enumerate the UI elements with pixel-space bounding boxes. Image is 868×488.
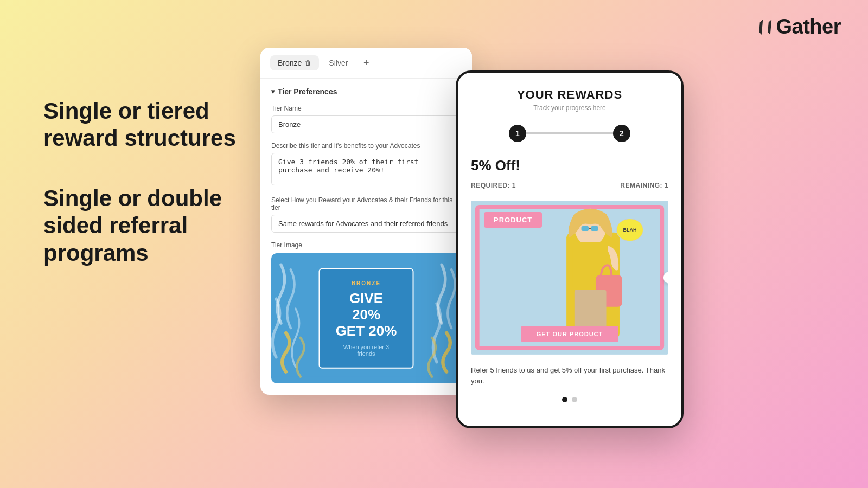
admin-panel: Bronze 🗑 Silver + ▾ Tier Preferences Tie…	[260, 48, 472, 395]
select-reward-field: Select How you Reward your Advocates & t…	[271, 196, 461, 233]
tab-silver[interactable]: Silver	[321, 55, 355, 70]
tier-name-field: Tier Name	[271, 105, 461, 133]
tab-add-button[interactable]: +	[360, 56, 373, 69]
svg-rect-6	[591, 226, 598, 231]
heading-line4: sided referral	[43, 213, 188, 238]
rewards-title: YOUR REWARDS	[471, 88, 668, 102]
describe-field: Describe this tier and it's benefits to …	[271, 142, 461, 188]
mobile-content: YOUR REWARDS Track your progress here 1 …	[458, 73, 681, 426]
offer-description: Refer 5 friends to us and get 5% off you…	[471, 365, 668, 386]
section-header: ▾ Tier Preferences	[271, 87, 461, 96]
chevron-down-icon: ▾	[271, 88, 275, 95]
offer-title: 5% Off!	[471, 157, 668, 174]
progress-line	[526, 132, 613, 134]
bronze-when: When you refer 3 friends	[335, 343, 398, 356]
pagination-dots	[471, 397, 668, 402]
dot-2[interactable]	[572, 397, 577, 402]
admin-content: ▾ Tier Preferences Tier Name Describe th…	[260, 79, 472, 395]
section-title: Tier Preferences	[278, 87, 337, 96]
logo-icon	[755, 20, 771, 35]
describe-textarea[interactable]: Give 3 friends 20% of their first purcha…	[271, 153, 461, 185]
svg-rect-5	[582, 226, 589, 231]
heading-line2: reward structures	[43, 125, 236, 151]
heading-line3: Single or double	[43, 185, 222, 211]
dot-1[interactable]	[562, 397, 567, 402]
progress-step-1: 1	[509, 125, 526, 142]
tab-bronze-label: Bronze	[278, 59, 302, 67]
logo-text: Gather	[776, 15, 841, 38]
progress-step-2: 2	[613, 125, 630, 142]
bronze-tier-label: BRONZE	[335, 280, 398, 286]
product-badge: PRODUCT	[484, 212, 542, 228]
tier-image-field: Tier Image	[271, 241, 461, 383]
heading-line1: Single or tiered	[43, 98, 209, 124]
select-reward-label: Select How you Reward your Advocates & t…	[271, 196, 461, 211]
product-card: PRODUCT BLAH GET OUR PRODUCT ›	[471, 199, 668, 356]
remaining-stat: REMAINING: 1	[620, 182, 668, 189]
tab-silver-label: Silver	[329, 59, 348, 67]
mobile-panel: YOUR REWARDS Track your progress here 1 …	[456, 70, 684, 428]
get-product-button[interactable]: GET OUR PRODUCT	[521, 326, 618, 342]
blah-bubble: BLAH	[616, 219, 643, 241]
left-content: Single or tiered reward structures Singl…	[43, 98, 236, 267]
admin-tabs: Bronze 🗑 Silver +	[260, 48, 472, 79]
trash-icon[interactable]: 🗑	[305, 59, 311, 67]
heading-line5: programs	[43, 240, 149, 266]
progress-bar: 1 2	[471, 125, 668, 142]
required-stat: REQUIRED: 1	[471, 182, 516, 189]
logo-area: Gather	[755, 15, 841, 38]
tier-image-label: Tier Image	[271, 241, 461, 249]
bronze-center-box: BRONZE GIVE 20% GET 20% When you refer 3…	[319, 268, 414, 369]
tab-bronze[interactable]: Bronze 🗑	[270, 55, 319, 70]
describe-label: Describe this tier and it's benefits to …	[271, 142, 461, 150]
bronze-card: BRONZE GIVE 20% GET 20% When you refer 3…	[271, 253, 461, 383]
tier-name-label: Tier Name	[271, 105, 461, 112]
offer-stats: REQUIRED: 1 REMAINING: 1	[471, 182, 668, 189]
rewards-subtitle: Track your progress here	[471, 104, 668, 112]
select-reward-input[interactable]	[271, 215, 461, 233]
tier-name-input[interactable]	[271, 115, 461, 133]
bronze-give-get: GIVE 20% GET 20%	[335, 291, 398, 339]
